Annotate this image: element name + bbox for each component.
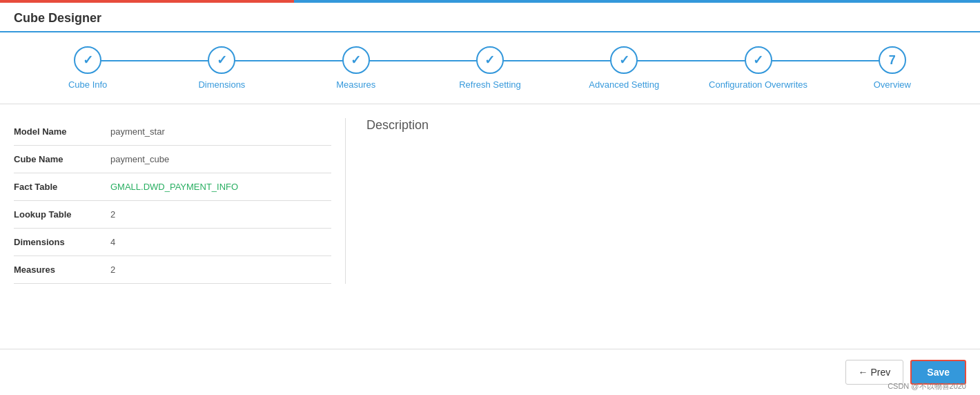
row-label: Cube Name [14,154,110,164]
step-item-4[interactable]: ✓Refresh Setting [423,46,557,90]
stepper: ✓Cube Info✓Dimensions✓Measures✓Refresh S… [21,46,959,90]
row-value: payment_star [110,126,165,137]
step-circle-7: 7 [879,46,906,74]
step-item-3[interactable]: ✓Measures [289,46,423,90]
step-label-3: Measures [336,79,375,90]
step-circle-3: ✓ [342,46,370,74]
step-label-6: Configuration Overwrites [709,79,807,90]
checkmark-icon: ✓ [484,52,495,68]
step-label-7: Overview [874,79,911,90]
description-title: Description [366,118,966,133]
step-circle-4: ✓ [476,46,504,74]
row-label: Fact Table [14,182,110,192]
row-value: 4 [110,237,115,247]
step-item-7[interactable]: 7Overview [825,46,959,90]
table-row: Fact TableGMALL.DWD_PAYMENT_INFO [14,173,331,201]
step-circle-6: ✓ [745,46,772,74]
row-value: 2 [110,264,115,275]
stepper-container: ✓Cube Info✓Dimensions✓Measures✓Refresh S… [0,32,980,104]
info-table: Model Namepayment_starCube Namepayment_c… [14,118,331,284]
row-value: GMALL.DWD_PAYMENT_INFO [110,182,238,192]
checkmark-icon: ✓ [217,52,227,68]
row-label: Lookup Table [14,209,110,220]
checkmark-icon: ✓ [619,52,629,68]
table-row: Cube Namepayment_cube [14,146,331,173]
row-value: 2 [110,209,115,220]
step-circle-1: ✓ [74,46,101,74]
step-number-icon: 7 [889,53,896,68]
checkmark-icon: ✓ [83,52,93,68]
row-label: Measures [14,264,110,275]
step-label-1: Cube Info [68,79,107,90]
step-item-2[interactable]: ✓Dimensions [155,46,288,90]
checkmark-icon: ✓ [351,52,361,68]
table-row: Lookup Table2 [14,201,331,229]
row-value: payment_cube [110,154,169,164]
step-item-5[interactable]: ✓Advanced Setting [557,46,691,90]
table-row: Model Namepayment_star [14,118,331,146]
row-label: Model Name [14,126,110,137]
description-panel: Description [345,118,966,284]
step-label-4: Refresh Setting [459,79,521,90]
step-item-6[interactable]: ✓Configuration Overwrites [691,46,825,90]
main-content: Model Namepayment_starCube Namepayment_c… [0,104,980,298]
step-circle-2: ✓ [208,46,235,74]
page-title: Cube Designer [0,3,980,32]
step-label-5: Advanced Setting [589,79,659,90]
step-circle-5: ✓ [610,46,638,74]
checkmark-icon: ✓ [753,52,763,68]
row-label: Dimensions [14,237,110,247]
table-row: Measures2 [14,256,331,284]
step-item-1[interactable]: ✓Cube Info [21,46,155,90]
table-row: Dimensions4 [14,229,331,256]
step-label-2: Dimensions [198,79,245,90]
